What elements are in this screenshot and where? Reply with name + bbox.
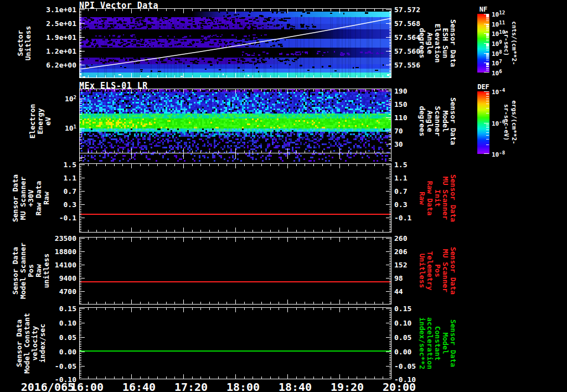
def-colorbar-tick-label: 10-8 [492,149,505,158]
y-tick-label-left: 0.10 [0,319,76,327]
panel2-right-axis-label: Sensor Data Model Scanner Angle degrees [413,89,462,153]
y-tick-label-right: 190 [394,87,407,95]
y-tick-label-left: 2.5e+01 [0,19,76,28]
y-tick-label-right: 1.1 [394,174,407,182]
panel3-right-axis-label: Sensor Data MU Scanner Init Raw Data Raw [413,163,462,233]
def-colorbar-tick-label: 10-6 [492,118,505,127]
y-tick-label-left: 102 [0,94,76,103]
y-tick-label-right: 70 [394,127,403,135]
nf-colorbar-tick-label: 1010 [492,29,505,38]
y-tick-label-left: 0.7 [0,187,76,195]
model-constant-line-plot [79,307,391,379]
y-tick-label-right: 57.560 [394,47,420,55]
y-tick-label-right: 0.05 [394,333,411,342]
y-tick-label-right: 98 [394,274,403,282]
scanner-pos-line-plot [79,237,391,305]
y-tick-label-left: 0.00 [0,348,76,356]
y-tick-label-left: 0.05 [0,333,76,342]
time-tick-label: 18:40 [269,380,322,392]
y-tick-label-left: 1.1 [0,174,76,182]
y-tick-label-left: -0.05 [0,362,76,370]
y-tick-label-left: -0.10 [0,375,76,384]
def-colorbar-tick-label: 10-4 [492,87,505,96]
time-tick-label: 19:20 [321,380,374,392]
y-tick-label-right: 0.7 [394,187,407,195]
y-tick-label-left: 1.9e+01 [0,33,76,42]
y-tick-label-left: 14100 [0,261,76,269]
def-colorbar-title: DEF [477,83,490,91]
y-tick-label-right: 0.10 [394,319,411,327]
panel5-right-axis-label: Sensor Data Model Constant acceleration … [413,307,462,379]
y-tick-label-right: 206 [394,247,407,256]
y-tick-label-left: 9400 [0,274,76,282]
y-tick-label-left: 1.2e+01 [0,47,76,55]
y-tick-label-right: 57.556 [394,61,420,69]
nf-colorbar-title: NF [477,6,490,13]
y-tick-label-right: 57.572 [394,6,420,14]
y-tick-label-right: 57.568 [394,19,420,28]
y-tick-label-left: 101 [0,123,76,132]
time-tick-label: 16:40 [112,380,166,392]
nf-colorbar-tick-label: 108 [492,49,502,58]
y-tick-label-left: 1.5 [0,161,76,169]
y-tick-label-right: -0.05 [394,362,416,370]
y-tick-label-left: 6.2e+00 [0,61,76,69]
y-tick-label-right: 0.3 [394,200,407,209]
y-tick-label-left: 18800 [0,247,76,256]
npi-spectrogram [79,8,391,78]
y-tick-label-right: 260 [394,234,407,243]
nf-colorbar-tick-label: 107 [492,59,502,68]
plot-stage: NPI Vector Data MEx ELS-01 LR Sector Uni… [0,0,567,392]
panel4-right-axis-label: Sensor Data MU Scanner Pos Telemetry Uni… [413,237,462,305]
y-tick-label-right: 1.5 [394,161,407,169]
def-colorbar [477,91,489,154]
y-tick-label-right: 0.15 [394,305,411,313]
y-tick-label-right: 30 [394,140,403,148]
y-tick-label-right: 0.00 [394,348,411,356]
y-tick-label-right: 152 [394,261,407,269]
nf-colorbar-tick-label: 109 [492,39,502,48]
y-tick-label-right: -0.1 [394,214,411,222]
nf-colorbar-tick-label: 1011 [492,19,505,28]
y-tick-label-right: 150 [394,100,407,109]
y-tick-label-right: -0.10 [394,375,416,384]
y-tick-label-left: 3.1e+01 [0,6,76,14]
y-tick-label-right: 44 [394,287,403,296]
nf-colorbar [477,14,489,73]
y-tick-label-left: 23500 [0,234,76,243]
els-spectrogram [79,89,391,162]
y-tick-label-right: 57.564 [394,33,420,42]
y-tick-label-right: 110 [394,114,407,122]
y-tick-label-left: 0.3 [0,200,76,209]
time-tick-label: 18:00 [217,380,270,392]
nf-colorbar-tick-label: 106 [492,68,502,77]
mu-scanner-line-plot [79,163,391,233]
y-tick-label-left: 0.15 [0,305,76,313]
y-tick-label-left: -0.1 [0,214,76,222]
time-tick-label: 17:20 [164,380,218,392]
y-tick-label-left: 4700 [0,287,76,296]
nf-colorbar-tick-label: 1012 [492,9,505,18]
